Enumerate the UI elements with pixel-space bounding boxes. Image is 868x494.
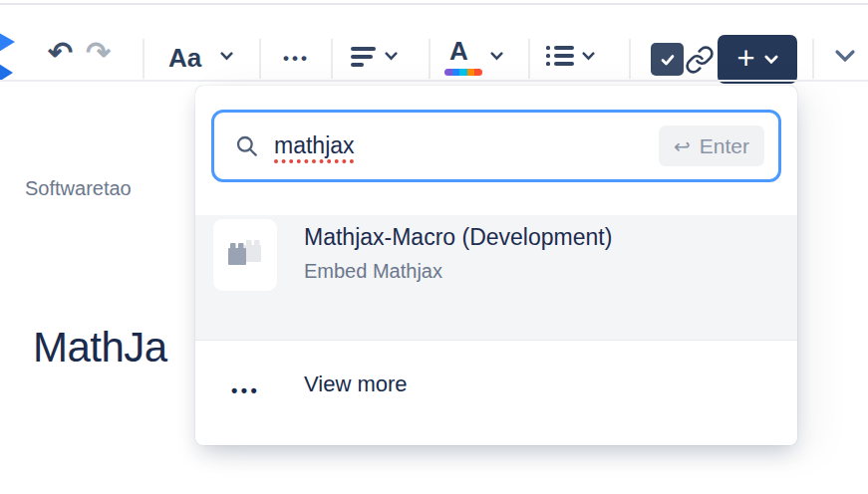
color-swatch-bar <box>444 69 482 76</box>
toolbar-divider <box>528 39 530 79</box>
text-style-button[interactable]: Aa <box>168 43 201 74</box>
macro-bricks-icon <box>223 235 267 275</box>
breadcrumb[interactable]: Softwaretao <box>25 177 132 200</box>
chevron-down-icon <box>764 55 778 65</box>
enter-hint-badge: ↩ Enter <box>659 125 764 166</box>
page-title[interactable]: MathJa <box>33 324 167 371</box>
top-divider <box>0 3 868 5</box>
task-checkbox-button[interactable] <box>651 43 684 76</box>
search-query-text: mathjax <box>274 132 355 159</box>
editor-screen: ↶ ↷ Aa ••• A <box>0 0 868 494</box>
alignment-icon[interactable] <box>351 47 377 67</box>
view-more-item[interactable]: ••• View more <box>195 341 797 445</box>
chevron-down-icon[interactable] <box>490 52 503 61</box>
ellipsis-icon: ••• <box>231 381 260 399</box>
toolbar-divider <box>143 39 145 79</box>
toolbar-bottom-divider <box>0 80 868 82</box>
redo-button[interactable]: ↷ <box>86 38 111 68</box>
toolbar-divider <box>429 39 431 79</box>
toolbar-divider <box>812 39 814 79</box>
toolbar-divider <box>629 39 631 79</box>
chevron-down-icon[interactable] <box>582 52 595 61</box>
link-icon <box>685 45 715 75</box>
enter-hint-label: Enter <box>700 135 749 156</box>
macro-result-item[interactable]: Mathjax-Macro (Development) Embed Mathja… <box>195 215 797 340</box>
text-color-button[interactable]: A <box>449 38 468 64</box>
insert-button[interactable]: + <box>718 35 797 84</box>
bullet-list-icon[interactable] <box>546 46 574 67</box>
undo-button[interactable]: ↶ <box>48 38 73 68</box>
macro-result-title: Mathjax-Macro (Development) <box>304 224 612 251</box>
toolbar-divider <box>259 39 261 79</box>
toolbar-divider <box>331 39 333 79</box>
macro-icon-container <box>212 218 278 292</box>
chevron-down-icon[interactable] <box>385 52 398 61</box>
search-input[interactable]: mathjax ↩ Enter <box>211 110 781 182</box>
plus-icon: + <box>736 43 754 74</box>
search-icon <box>234 133 260 159</box>
expand-toolbar-chevron-icon[interactable] <box>834 49 856 64</box>
insert-element-popup: mathjax ↩ Enter Mathjax-Macro (Developme… <box>195 86 797 445</box>
view-more-label: View more <box>304 371 408 397</box>
chevron-down-icon[interactable] <box>220 52 233 61</box>
link-button[interactable] <box>684 44 716 76</box>
enter-key-icon: ↩ <box>674 136 691 156</box>
more-formatting-button[interactable]: ••• <box>283 50 310 67</box>
checkmark-icon <box>658 50 678 70</box>
macro-result-subtitle: Embed Mathjax <box>304 260 442 283</box>
